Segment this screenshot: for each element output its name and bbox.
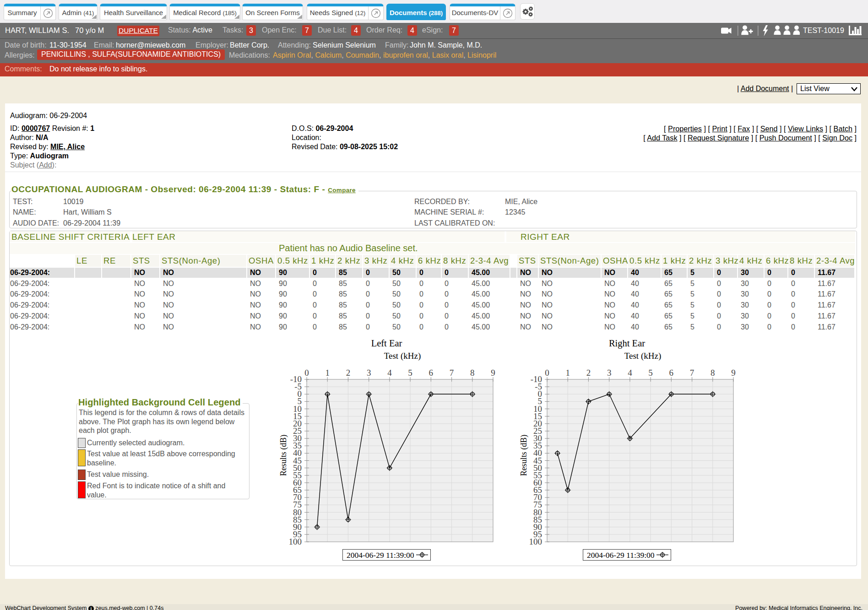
svg-text:4: 4 — [628, 368, 632, 378]
svg-text:1: 1 — [565, 368, 570, 378]
svg-text:1: 1 — [325, 368, 330, 378]
svg-text:Results (dB): Results (dB) — [279, 435, 288, 476]
svg-text:8: 8 — [470, 368, 475, 378]
svg-text:Results (dB): Results (dB) — [519, 435, 529, 476]
svg-text:2: 2 — [346, 368, 351, 378]
svg-text:2004-06-29 11:39:00: 2004-06-29 11:39:00 — [587, 551, 655, 560]
svg-text:Test (kHz): Test (kHz) — [624, 351, 661, 361]
svg-text:5: 5 — [648, 368, 653, 378]
svg-text:8: 8 — [711, 368, 715, 378]
svg-text:List View: List View — [800, 85, 830, 92]
svg-text:3: 3 — [607, 368, 612, 378]
svg-text:2: 2 — [586, 368, 591, 378]
svg-text:100: 100 — [529, 537, 542, 546]
svg-text:7: 7 — [450, 368, 454, 378]
svg-text:100: 100 — [289, 537, 302, 546]
svg-text:7: 7 — [690, 368, 694, 378]
svg-text:5: 5 — [408, 368, 412, 378]
svg-text:0: 0 — [545, 368, 549, 378]
svg-text:Right Ear: Right Ear — [609, 338, 645, 349]
svg-text:6: 6 — [669, 368, 674, 378]
svg-text:6: 6 — [429, 368, 434, 378]
svg-text:9: 9 — [491, 368, 495, 378]
svg-text:Left Ear: Left Ear — [371, 338, 402, 348]
svg-text:9: 9 — [731, 368, 736, 378]
svg-text:0: 0 — [304, 368, 309, 378]
svg-text:3: 3 — [367, 368, 371, 378]
svg-text:Test (kHz): Test (kHz) — [384, 351, 421, 361]
svg-text:2004-06-29 11:39:00: 2004-06-29 11:39:00 — [347, 551, 414, 560]
svg-text:4: 4 — [387, 368, 392, 378]
